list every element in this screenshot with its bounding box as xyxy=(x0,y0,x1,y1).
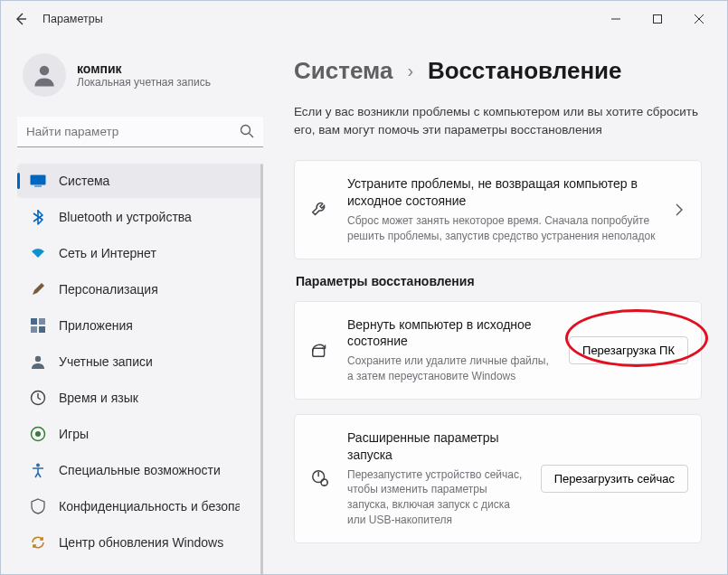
search-icon xyxy=(240,124,254,142)
svg-point-2 xyxy=(241,126,251,135)
main-content: Система › Восстановление Если у вас возн… xyxy=(272,37,727,575)
display-icon xyxy=(30,173,46,189)
intro-text: Если у вас возникли проблемы с компьютер… xyxy=(294,103,702,138)
wifi-icon xyxy=(30,245,46,261)
svg-point-9 xyxy=(35,356,41,362)
page-title: Восстановление xyxy=(428,57,621,85)
reset-sub: Сохраните или удалите личные файлы, а за… xyxy=(347,353,554,384)
close-button[interactable] xyxy=(678,5,720,33)
nav-item-system[interactable]: Система xyxy=(17,164,263,198)
recovery-options-label: Параметры восстановления xyxy=(296,274,702,288)
nav-label: Специальные возможности xyxy=(59,463,221,477)
nav-label: Учетные записи xyxy=(59,354,153,369)
nav-item-personalization[interactable]: Персонализация xyxy=(17,272,263,306)
gaming-icon xyxy=(30,426,46,442)
account-block[interactable]: компик Локальная учетная запись xyxy=(17,53,263,97)
close-icon xyxy=(695,14,704,24)
update-icon xyxy=(30,534,46,551)
search-box[interactable] xyxy=(17,117,263,147)
troubleshoot-card[interactable]: Устраните проблемы, не возвращая компьют… xyxy=(294,160,702,259)
wrench-icon xyxy=(307,200,333,220)
breadcrumb-parent[interactable]: Система xyxy=(294,57,392,85)
back-button[interactable] xyxy=(8,6,33,32)
nav-item-accessibility[interactable]: Специальные возможности xyxy=(17,453,263,487)
reset-icon xyxy=(307,340,333,360)
reset-title: Вернуть компьютер в исходное состояние xyxy=(347,316,554,351)
search-input[interactable] xyxy=(17,117,263,147)
account-type: Локальная учетная запись xyxy=(77,76,211,89)
nav-item-time-language[interactable]: Время и язык xyxy=(17,381,263,415)
svg-rect-3 xyxy=(31,175,46,185)
clock-icon xyxy=(30,390,46,406)
person-icon xyxy=(31,61,58,89)
troubleshoot-sub: Сброс может занять некоторое время. Снач… xyxy=(347,213,656,244)
advanced-startup-card: Расширенные параметры запуска Перезапуст… xyxy=(294,414,702,543)
svg-point-1 xyxy=(40,66,50,76)
shield-icon xyxy=(30,498,46,514)
reset-pc-card: Вернуть компьютер в исходное состояние С… xyxy=(294,301,702,400)
chevron-right-icon xyxy=(670,203,688,216)
bluetooth-icon xyxy=(30,209,46,225)
nav-label: Конфиденциальность и безопасность xyxy=(59,499,240,514)
power-gear-icon xyxy=(307,468,333,488)
brush-icon xyxy=(30,281,46,297)
accounts-icon xyxy=(30,353,46,370)
svg-rect-4 xyxy=(34,186,42,187)
nav-label: Система xyxy=(59,174,109,188)
nav-item-apps[interactable]: Приложения xyxy=(17,308,263,343)
svg-rect-14 xyxy=(313,348,325,356)
breadcrumb: Система › Восстановление xyxy=(294,57,702,85)
restart-now-button[interactable]: Перезагрузить сейчас xyxy=(541,465,688,493)
apps-icon xyxy=(30,317,46,334)
svg-rect-8 xyxy=(39,326,45,333)
chevron-right-icon: › xyxy=(407,61,413,81)
svg-point-16 xyxy=(321,479,327,485)
minimize-icon xyxy=(611,14,620,24)
maximize-icon xyxy=(653,14,662,24)
nav-item-privacy[interactable]: Конфиденциальность и безопасность xyxy=(17,489,263,523)
svg-rect-0 xyxy=(654,15,662,24)
reset-pc-button[interactable]: Перезагрузка ПК xyxy=(569,336,688,364)
maximize-button[interactable] xyxy=(637,5,678,33)
nav-label: Игры xyxy=(59,427,89,441)
account-name: компик xyxy=(77,61,211,76)
sidebar-scrollbar[interactable] xyxy=(260,164,263,575)
sidebar: компик Локальная учетная запись Система … xyxy=(1,37,272,575)
svg-point-12 xyxy=(35,431,41,437)
advanced-title: Расширенные параметры запуска xyxy=(347,429,526,464)
svg-point-13 xyxy=(36,464,40,467)
window-title: Параметры xyxy=(43,13,103,25)
nav-item-bluetooth[interactable]: Bluetooth и устройства xyxy=(17,200,263,234)
nav-list: Система Bluetooth и устройства Сеть и Ин… xyxy=(17,164,263,560)
nav-item-gaming[interactable]: Игры xyxy=(17,417,263,451)
titlebar: Параметры xyxy=(1,1,727,37)
arrow-left-icon xyxy=(14,12,28,26)
advanced-sub: Перезапустите устройство сейчас, чтобы и… xyxy=(347,467,526,528)
nav-item-windows-update[interactable]: Центр обновления Windows xyxy=(17,525,263,560)
nav-label: Центр обновления Windows xyxy=(59,535,223,550)
svg-rect-7 xyxy=(31,326,37,333)
nav-item-accounts[interactable]: Учетные записи xyxy=(17,344,263,379)
nav-label: Время и язык xyxy=(59,391,138,405)
minimize-button[interactable] xyxy=(595,5,637,33)
avatar xyxy=(23,53,66,97)
svg-rect-6 xyxy=(39,318,45,325)
nav-label: Персонализация xyxy=(59,282,158,297)
nav-label: Сеть и Интернет xyxy=(59,246,156,260)
nav-label: Bluetooth и устройства xyxy=(59,210,192,224)
svg-rect-5 xyxy=(31,318,37,325)
nav-label: Приложения xyxy=(59,318,133,333)
accessibility-icon xyxy=(30,462,46,478)
troubleshoot-title: Устраните проблемы, не возвращая компьют… xyxy=(347,175,656,210)
nav-item-network[interactable]: Сеть и Интернет xyxy=(17,236,263,270)
